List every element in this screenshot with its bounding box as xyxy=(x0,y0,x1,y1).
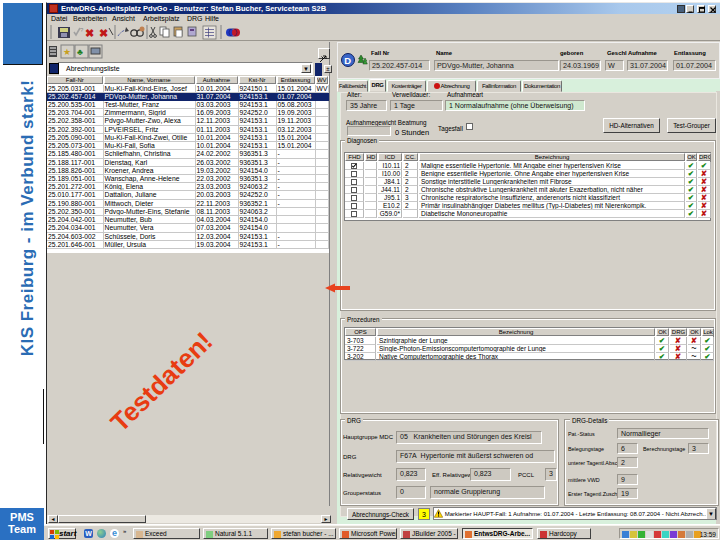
svg-text:✖: ✖ xyxy=(99,26,108,38)
svg-text:♣: ♣ xyxy=(77,47,83,57)
svg-text:D: D xyxy=(344,55,351,66)
svg-text:?: ? xyxy=(80,27,84,33)
svg-text:✖: ✖ xyxy=(85,26,94,38)
svg-text:★: ★ xyxy=(63,47,71,57)
